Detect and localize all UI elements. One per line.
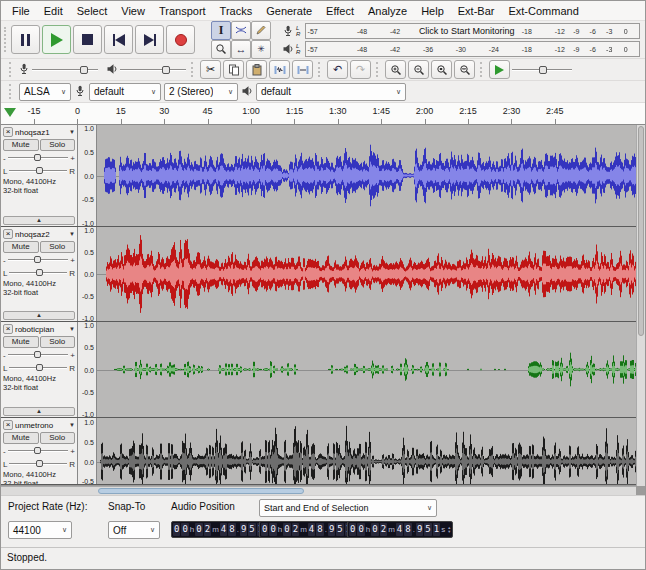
play-speed-slider[interactable] [512, 64, 572, 76]
solo-button[interactable]: Solo [40, 241, 76, 253]
time-digit[interactable]: h [190, 523, 194, 536]
time-digit[interactable]: m [388, 523, 395, 536]
menu-item-transport[interactable]: Transport [152, 3, 213, 19]
time-digit[interactable]: 5 [248, 523, 255, 536]
timeline-pin-icon[interactable] [4, 108, 16, 117]
trim-audio-button[interactable] [269, 60, 290, 79]
time-digit[interactable]: . [413, 523, 415, 536]
pan-slider-thumb[interactable] [36, 167, 43, 174]
time-digit[interactable]: 8 [228, 523, 235, 536]
pan-slider[interactable] [9, 272, 67, 274]
pan-slider-thumb[interactable] [36, 364, 43, 371]
zoom-tool-button[interactable] [211, 40, 231, 59]
solo-button[interactable]: Solo [40, 139, 76, 151]
toolbar-grip[interactable] [376, 62, 380, 77]
silence-audio-button[interactable] [292, 60, 313, 79]
audio-host-select[interactable]: ALSA ∨ [19, 83, 71, 101]
close-track-button[interactable]: × [3, 229, 13, 239]
gain-slider-thumb[interactable] [34, 256, 41, 263]
menu-item-analyze[interactable]: Analyze [361, 3, 414, 19]
mute-button[interactable]: Mute [3, 241, 39, 253]
time-digit[interactable]: 0 [261, 523, 268, 536]
pan-slider[interactable] [9, 367, 67, 369]
selection-mode-select[interactable]: Start and End of Selection ∨ [259, 499, 437, 517]
time-digit[interactable]: . [325, 523, 327, 536]
horizontal-scrollbar[interactable] [1, 486, 636, 495]
time-digit[interactable]: . [237, 523, 239, 536]
menu-item-select[interactable]: Select [70, 3, 115, 19]
time-digit[interactable]: 2 [292, 523, 299, 536]
menu-item-ext-command[interactable]: Ext-Command [501, 3, 585, 19]
time-digit[interactable]: s [441, 523, 445, 536]
solo-button[interactable]: Solo [40, 336, 76, 348]
redo-button[interactable]: ↷ [350, 60, 371, 79]
menu-item-help[interactable]: Help [414, 3, 451, 19]
zoom-fit-button[interactable] [454, 60, 475, 79]
waveform-canvas[interactable] [97, 227, 645, 321]
close-track-button[interactable]: × [3, 324, 13, 334]
recording-channels-select[interactable]: 2 (Stereo) ∨ [164, 83, 238, 101]
menu-item-view[interactable]: View [114, 3, 152, 19]
time-spinner[interactable]: ▲▼ [447, 523, 451, 536]
vertical-scale-ruler[interactable]: 1.00.50.0-0.5 [78, 418, 97, 484]
waveform-area[interactable] [97, 125, 645, 226]
waveform-area[interactable] [97, 227, 645, 321]
time-digit[interactable]: 0 [283, 523, 290, 536]
record-button[interactable] [166, 25, 195, 54]
time-digit[interactable]: 0 [357, 523, 364, 536]
toolbar-grip[interactable] [4, 27, 8, 53]
timeline-ruler[interactable]: -1501530451:001:151:301:452:002:152:302:… [1, 103, 645, 125]
paste-button[interactable] [246, 60, 267, 79]
time-digit[interactable]: 2 [204, 523, 211, 536]
gain-slider-thumb[interactable] [34, 154, 41, 161]
waveform-canvas[interactable] [97, 322, 645, 417]
toolbar-grip[interactable] [480, 62, 484, 77]
toolbar-grip[interactable] [9, 62, 13, 77]
toolbar-grip[interactable] [318, 62, 322, 77]
track-name[interactable]: nhoqsaz1 [15, 128, 67, 137]
pan-slider-thumb[interactable] [36, 269, 43, 276]
undo-button[interactable]: ↶ [327, 60, 348, 79]
collapse-track-button[interactable]: ▲ [3, 407, 75, 416]
time-digit[interactable]: h [278, 523, 282, 536]
time-digit[interactable]: 8 [316, 523, 323, 536]
solo-button[interactable]: Solo [40, 432, 76, 444]
time-digit[interactable]: 4 [308, 523, 315, 536]
close-track-button[interactable]: × [3, 420, 13, 430]
time-digit[interactable]: 0 [195, 523, 202, 536]
gain-slider[interactable] [8, 157, 69, 159]
close-track-button[interactable]: × [3, 127, 13, 137]
track-menu-icon[interactable]: ▼ [69, 422, 75, 428]
zoom-in-button[interactable] [385, 60, 406, 79]
recording-volume-thumb[interactable] [80, 66, 88, 74]
monitoring-overlay-text[interactable]: Click to Start Monitoring [416, 26, 518, 36]
zoom-to-selection-button[interactable] [431, 60, 452, 79]
time-digit[interactable]: m [300, 523, 307, 536]
stop-button[interactable] [73, 25, 102, 54]
time-digit[interactable]: 0 [349, 523, 356, 536]
time-digit[interactable]: 9 [416, 523, 423, 536]
gain-slider[interactable] [8, 450, 69, 452]
play-button[interactable] [42, 25, 71, 54]
recording-device-select[interactable]: default ∨ [89, 83, 161, 101]
menu-item-ext-bar[interactable]: Ext-Bar [451, 3, 502, 19]
recording-meter-bar[interactable]: Click to Start Monitoring -57-48-42-36-3… [305, 23, 640, 39]
pan-slider-thumb[interactable] [36, 460, 43, 467]
waveform-canvas[interactable] [97, 125, 645, 226]
vertical-scale-ruler[interactable]: 1.00.50.0-0.5-1.0 [78, 227, 97, 321]
vertical-scale-ruler[interactable]: 1.00.50.0-0.5-1.0 [78, 125, 97, 226]
waveform-area[interactable] [97, 322, 645, 417]
track-name[interactable]: nhoqsaz2 [15, 230, 67, 239]
time-digit[interactable]: 0 [173, 523, 180, 536]
horizontal-scrollbar-thumb[interactable] [98, 488, 304, 494]
vertical-scrollbar[interactable] [636, 125, 645, 486]
time-digit[interactable]: h [366, 523, 370, 536]
pan-slider[interactable] [9, 463, 67, 465]
time-digit[interactable]: 5 [424, 523, 431, 536]
time-digit[interactable]: 0 [181, 523, 188, 536]
menu-item-effect[interactable]: Effect [319, 3, 361, 19]
selection-tool-button[interactable]: I [211, 21, 231, 40]
multi-tool-button[interactable]: ✳ [251, 40, 271, 59]
time-digit[interactable]: 9 [240, 523, 247, 536]
menu-item-generate[interactable]: Generate [259, 3, 319, 19]
